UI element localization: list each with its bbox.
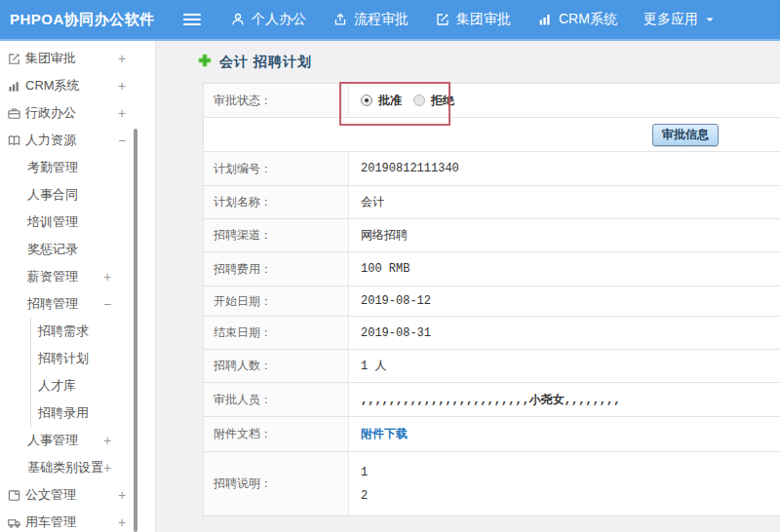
expand-toggle[interactable]: + xyxy=(116,51,128,66)
nav-item-personal-office[interactable]: 个人办公 xyxy=(230,11,306,28)
table-row: 招聘说明： 1 2 xyxy=(204,452,780,515)
edit-square-icon xyxy=(435,12,450,27)
recruit-channel-value: 网络招聘 xyxy=(349,219,780,251)
recruit-note-cell: 1 2 xyxy=(349,452,780,515)
table-row: 计划名称： 会计 xyxy=(204,186,780,219)
status-value-cell: 批准 拒绝 xyxy=(349,84,780,117)
approvers-value: ,,,,,,,,,,,,,,,,,,,,,,,,小尧女,,,,,,,, xyxy=(349,383,780,416)
top-navbar: PHPOA协同办公软件 个人办公 流程审批 集团审批 xyxy=(0,0,780,41)
plan-name-value: 会计 xyxy=(349,186,780,218)
sidebar-item-hr-contract[interactable]: 人事合同 xyxy=(0,181,155,209)
headcount-value: 1 人 xyxy=(349,350,780,382)
note-line: 2 xyxy=(361,489,368,503)
approve-radio-label[interactable]: 批准 xyxy=(378,93,402,109)
bar-chart-icon xyxy=(537,12,553,27)
sidebar-item-crm[interactable]: CRM系统 + xyxy=(0,72,155,99)
sidebar: 集团审批 + CRM系统 + 行政办公 + 人力资源 − 考勤管理 xyxy=(0,41,156,532)
expand-toggle[interactable]: + xyxy=(101,460,113,475)
table-row: 招聘人数： 1 人 xyxy=(204,350,780,383)
reject-radio[interactable] xyxy=(413,95,425,106)
table-row: 审批人员： ,,,,,,,,,,,,,,,,,,,,,,,,小尧女,,,,,,,… xyxy=(204,383,780,417)
table-row: 附件文档： 附件下载 xyxy=(204,417,780,452)
menu-icon[interactable] xyxy=(183,11,201,28)
phpoa-app: { "navbar": { "brand": "PHPOA协同办公软件", "i… xyxy=(0,0,780,532)
person-icon xyxy=(230,12,246,27)
table-row: 招聘渠道： 网络招聘 xyxy=(204,219,780,252)
approve-button-row: 审批信息 xyxy=(204,118,780,152)
sidebar-item-attendance[interactable]: 考勤管理 xyxy=(0,154,155,181)
expand-toggle[interactable]: + xyxy=(116,514,128,530)
truck-icon xyxy=(7,515,21,530)
start-date-value: 2019-08-12 xyxy=(349,286,780,316)
sidebar-item-rewards[interactable]: 奖惩记录 xyxy=(0,236,155,263)
approve-info-button[interactable]: 审批信息 xyxy=(652,124,719,146)
reject-radio-label[interactable]: 拒绝 xyxy=(431,93,454,109)
sidebar-item-training[interactable]: 培训管理 xyxy=(0,209,155,236)
end-date-value: 2019-08-31 xyxy=(349,317,780,349)
sidebar-item-document[interactable]: 公文管理 + xyxy=(0,481,155,509)
edit-square-icon xyxy=(7,52,21,66)
table-row: 结束日期： 2019-08-31 xyxy=(204,317,780,350)
nav-item-crm[interactable]: CRM系统 xyxy=(537,11,617,28)
attachment-download-link[interactable]: 附件下载 xyxy=(361,426,408,442)
sidebar-scrollbar[interactable] xyxy=(134,129,137,532)
nav-item-more-apps[interactable]: 更多应用 xyxy=(644,11,716,28)
sidebar-item-admin-office[interactable]: 行政办公 + xyxy=(0,99,155,127)
attachment-cell: 附件下载 xyxy=(349,417,780,451)
sidebar-item-personnel[interactable]: 人事管理 + xyxy=(0,427,155,454)
page-title-text: 会计 招聘计划 xyxy=(219,54,312,71)
expand-toggle[interactable]: + xyxy=(116,78,128,94)
recruit-cost-value: 100 RMB xyxy=(349,252,780,285)
collapse-toggle[interactable]: − xyxy=(101,296,113,312)
nav-item-group-approval[interactable]: 集团审批 xyxy=(435,11,511,28)
upload-arrow-icon xyxy=(332,12,348,27)
table-row: 招聘费用： 100 RMB xyxy=(204,252,780,286)
sidebar-item-recruitment[interactable]: 招聘管理 − xyxy=(0,290,155,318)
table-row: 开始日期： 2019-08-12 xyxy=(204,286,780,317)
approve-radio[interactable] xyxy=(361,95,372,106)
expand-toggle[interactable]: + xyxy=(101,269,113,285)
expand-toggle[interactable]: + xyxy=(116,105,128,121)
document-icon xyxy=(7,488,21,503)
status-row: 审批状态： 批准 拒绝 xyxy=(204,84,780,118)
caret-down-icon xyxy=(704,14,716,25)
app-brand: PHPOA协同办公软件 xyxy=(0,11,183,29)
bar-chart-icon xyxy=(7,79,21,94)
expand-toggle[interactable]: + xyxy=(116,487,128,503)
collapse-toggle[interactable]: − xyxy=(116,133,128,148)
status-label: 审批状态： xyxy=(204,84,349,117)
sidebar-item-vehicle[interactable]: 用车管理 + xyxy=(0,509,155,532)
briefcase-icon xyxy=(7,106,21,121)
sidebar-item-group-approval[interactable]: 集团审批 + xyxy=(0,45,155,72)
page-title: 会计 招聘计划 xyxy=(198,54,312,71)
table-row: 计划编号： 20190812111340 xyxy=(204,152,780,186)
plan-number-value: 20190812111340 xyxy=(349,152,780,185)
book-icon xyxy=(7,133,21,148)
recruit-plan-detail-table: 审批状态： 批准 拒绝 审批信息 计划编号： 20190812111340 计划… xyxy=(203,83,780,516)
nav-item-process-approval[interactable]: 流程审批 xyxy=(332,11,409,28)
sidebar-item-hr[interactable]: 人力资源 − xyxy=(0,127,155,154)
expand-toggle[interactable]: + xyxy=(101,433,113,448)
note-line: 1 xyxy=(361,466,368,479)
plus-icon xyxy=(198,54,212,71)
sidebar-item-salary[interactable]: 薪资管理 + xyxy=(0,263,155,290)
sidebar-item-base-category[interactable]: 基础类别设置 + xyxy=(0,454,155,481)
